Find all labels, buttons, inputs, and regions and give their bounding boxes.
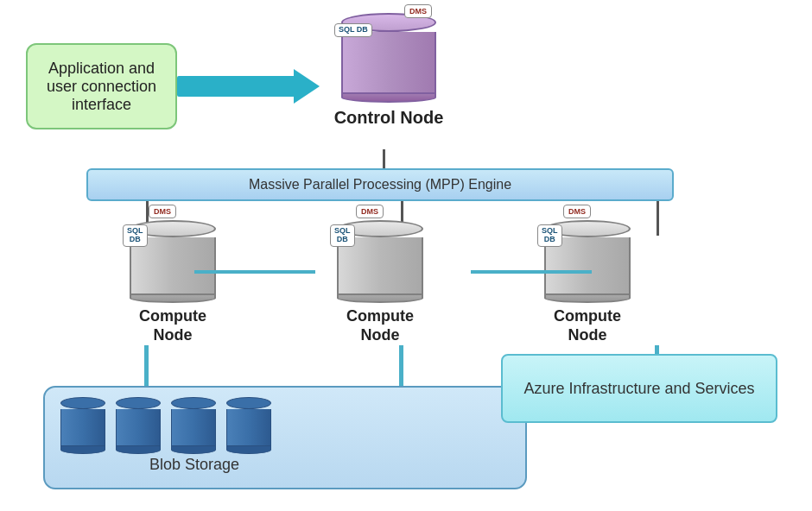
compute-node-2: DMS SQLDB ComputeNode — [307, 220, 454, 344]
cn1-label: ComputeNode — [139, 307, 206, 344]
azure-label: Azure Infrastructure and Services — [523, 380, 754, 398]
azure-box: Azure Infrastructure and Services — [501, 354, 777, 423]
compute-node-3: DMS SQLDB ComputeNode — [514, 220, 661, 344]
blob-cyl-1 — [60, 397, 105, 454]
cn3-label: ComputeNode — [554, 307, 621, 344]
cn1-dms-badge: DMS — [149, 205, 176, 218]
cn3-sql-badge: SQLDB — [537, 224, 562, 247]
v-connector-1 — [144, 345, 149, 388]
control-node-label: Control Node — [334, 107, 444, 128]
diagram: Application and user connection interfac… — [0, 0, 812, 511]
cn3-cyl-bottom — [544, 293, 631, 303]
cn2-dms-badge: DMS — [356, 205, 384, 218]
cn3-dms-badge: DMS — [563, 205, 591, 218]
svg-marker-2 — [294, 69, 320, 104]
cn2-cyl-bottom — [337, 293, 423, 303]
blob-storage-label: Blob Storage — [43, 456, 346, 474]
cn2-label: ComputeNode — [346, 307, 414, 344]
blob-cyl-3 — [171, 397, 216, 454]
control-node: DMS SQL DB Control Node — [320, 13, 458, 128]
mpp-bar: Massive Parallel Processing (MPP) Engine — [86, 168, 674, 201]
compute-node-1: DMS SQLDB ComputeNode — [99, 220, 246, 344]
blob-cyl-4 — [226, 397, 271, 454]
cn2-sql-badge: SQLDB — [330, 224, 355, 247]
control-dms-badge: DMS — [404, 4, 432, 18]
mpp-label: Massive Parallel Processing (MPP) Engine — [249, 177, 511, 192]
arrow-to-control — [177, 69, 320, 104]
h-connector-1 — [194, 270, 315, 274]
cn1-sql-badge: SQLDB — [123, 224, 148, 247]
h-connector-2 — [471, 270, 592, 274]
app-box-label: Application and user connection interfac… — [36, 60, 167, 114]
control-cyl-bottom — [341, 92, 436, 103]
control-cyl-body — [341, 32, 436, 92]
ctrl-mpp-connector — [383, 149, 385, 168]
blob-cylinders — [60, 397, 271, 454]
svg-rect-1 — [177, 76, 298, 97]
cn1-cyl-bottom — [130, 293, 216, 303]
v-connector-2 — [399, 345, 403, 388]
app-box: Application and user connection interfac… — [26, 43, 177, 129]
compute-nodes-row: DMS SQLDB ComputeNode DMS SQLDB ComputeN… — [69, 220, 691, 344]
control-sql-badge: SQL DB — [334, 23, 372, 37]
blob-cyl-2 — [116, 397, 161, 454]
